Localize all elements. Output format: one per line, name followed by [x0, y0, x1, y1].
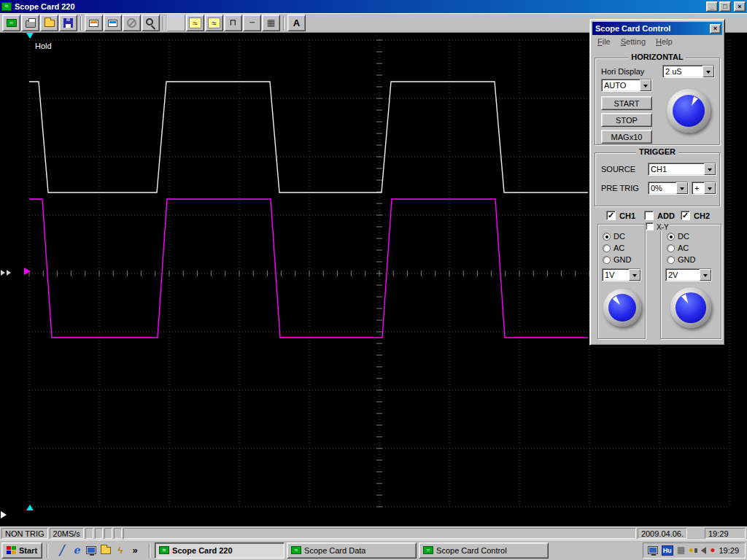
start-button[interactable]: START [601, 96, 652, 110]
stop-button[interactable]: STOP [601, 113, 652, 127]
tray-volume-icon[interactable] [697, 547, 706, 554]
quicklaunch-folder[interactable] [99, 544, 112, 557]
quicklaunch-more[interactable]: » [128, 544, 142, 557]
scroll-arrow-icon[interactable] [1, 511, 7, 518]
taskbar-button-scope-card-220[interactable]: Scope Card 220 [155, 542, 285, 559]
horizontal-group: HORIZONTAL Hori Display 2 uS AUTO START … [595, 58, 720, 145]
printer-icon [26, 20, 36, 28]
ch1-gnd-option[interactable]: GND [603, 255, 631, 264]
taskbar-button-scope-card-data[interactable]: Scope Card Data [287, 542, 417, 559]
ch1-volts-select[interactable]: 1V [602, 268, 641, 281]
open-button[interactable] [40, 15, 58, 31]
ch2-gnd-radio[interactable] [667, 256, 675, 264]
browser-icon: e [74, 545, 80, 556]
quicklaunch-pen[interactable]: ╱ [55, 544, 69, 557]
ch1-ac-option[interactable]: AC [603, 244, 624, 252]
quicklaunch-flash[interactable]: ϟ [114, 544, 127, 557]
grid-x-button[interactable]: ▦ [262, 15, 280, 31]
minimize-button[interactable]: _ [706, 1, 718, 12]
chevron-down-icon[interactable] [676, 182, 688, 194]
mag-x10-button[interactable]: MAGx10 [601, 130, 652, 144]
chevron-down-icon[interactable] [629, 269, 640, 281]
close-button[interactable]: × [734, 1, 746, 12]
ch2-dc-option[interactable]: DC [667, 232, 689, 241]
display-mode-select[interactable]: AUTO [601, 79, 652, 92]
main-titlebar[interactable]: Scope Card 220 _ □ × [0, 0, 747, 13]
trigger-source-select[interactable]: CH1 [648, 163, 716, 176]
add-checkbox[interactable] [644, 211, 654, 220]
ch1-gnd-radio[interactable] [603, 256, 611, 264]
wave-2-button[interactable]: ≈ [205, 15, 223, 31]
trigger-time-marker-top[interactable] [26, 33, 34, 39]
chevron-down-icon[interactable] [704, 163, 716, 175]
zoom-button[interactable] [142, 15, 160, 31]
ch1-enable-checkbox[interactable] [606, 211, 616, 220]
scroll-arrow-icon[interactable] [1, 270, 5, 276]
task-buttons: Scope Card 220Scope Card DataScope Card … [155, 542, 549, 559]
ch2-gnd-option[interactable]: GND [667, 255, 695, 264]
xy-checkbox[interactable] [646, 222, 654, 230]
text-label-button[interactable]: A [287, 15, 306, 31]
menu-file[interactable]: File [592, 36, 616, 47]
chevron-down-icon[interactable] [704, 182, 716, 194]
grid-icon: ▦ [267, 18, 275, 28]
tray-app-icon-2[interactable]: ● [689, 545, 694, 556]
scope-card-b-button[interactable] [104, 15, 122, 31]
status-indicator [114, 528, 122, 539]
quicklaunch-desktop[interactable] [85, 544, 98, 557]
task-window-icon [423, 546, 433, 554]
quicklaunch-ie[interactable]: e [70, 544, 83, 557]
taskbar-button-scope-card-control[interactable]: Scope Card Control [419, 542, 549, 559]
control-close-button[interactable]: × [710, 24, 721, 34]
tray-app-icon-3[interactable]: ● [710, 545, 715, 556]
save-icon [63, 18, 73, 28]
quick-launch: ╱eϟ» [53, 544, 144, 557]
ch2-enable-checkbox[interactable] [681, 211, 690, 220]
start-button[interactable]: Start [1, 542, 42, 559]
sine-wave-button[interactable]: ≈ [186, 15, 204, 31]
menu-help[interactable]: Help [651, 36, 678, 47]
scope-card-a-icon [89, 20, 98, 27]
ch2-level-marker[interactable] [24, 268, 31, 275]
ch2-dc-radio[interactable] [667, 233, 675, 241]
control-titlebar[interactable]: Scope Card Control × [592, 22, 722, 35]
pretrig-label: PRE TRIG [601, 184, 639, 192]
timebase-select[interactable]: 2 uS [662, 65, 715, 78]
control-window[interactable]: Scope Card Control × File Setting Help H… [589, 19, 725, 346]
maximize-button[interactable]: □ [719, 1, 731, 12]
trigger-slope-value: + [692, 182, 704, 194]
ch1-position-knob[interactable] [603, 289, 641, 327]
ch2-ac-radio[interactable] [667, 244, 675, 252]
knob-pointer-icon [612, 295, 622, 306]
disable-button[interactable] [123, 15, 141, 31]
ch1-dc-option[interactable]: DC [603, 232, 625, 241]
scope-device-button[interactable] [2, 15, 20, 31]
scroll-arrow-icon[interactable] [7, 270, 11, 276]
tray-display-icon[interactable] [648, 546, 658, 554]
language-indicator[interactable]: Hu [662, 545, 673, 556]
ch2-volts-value: 2V [666, 269, 700, 281]
trigger-slope-select[interactable]: + [692, 182, 716, 195]
square-wave-button[interactable]: ⊓ [224, 15, 242, 31]
blank-button[interactable] [167, 15, 185, 31]
ch2-volts-select[interactable]: 2V [665, 268, 712, 281]
dashed-line-button[interactable]: ┄ [243, 15, 261, 31]
horizontal-position-knob[interactable] [667, 89, 711, 133]
scope-card-a-button[interactable] [85, 15, 103, 31]
chevron-down-icon[interactable] [640, 79, 651, 91]
taskbar-clock: 19:29 [719, 546, 739, 555]
chevron-down-icon[interactable] [700, 269, 711, 281]
folder-icon [101, 547, 111, 554]
ch2-ac-option[interactable]: AC [667, 244, 689, 252]
ch1-dc-radio[interactable] [603, 233, 611, 241]
trigger-source-label: SOURCE [601, 165, 635, 174]
pretrig-select[interactable]: 0% [648, 182, 689, 195]
ch1-ac-radio[interactable] [603, 244, 611, 252]
save-button[interactable] [59, 15, 77, 31]
tray-app-icon-1[interactable]: ▦ [677, 545, 685, 556]
trigger-time-marker-bottom[interactable] [26, 505, 34, 510]
ch2-position-knob[interactable] [670, 287, 711, 328]
menu-setting[interactable]: Setting [616, 36, 651, 47]
print-button[interactable] [21, 15, 39, 31]
chevron-down-icon[interactable] [703, 66, 714, 77]
